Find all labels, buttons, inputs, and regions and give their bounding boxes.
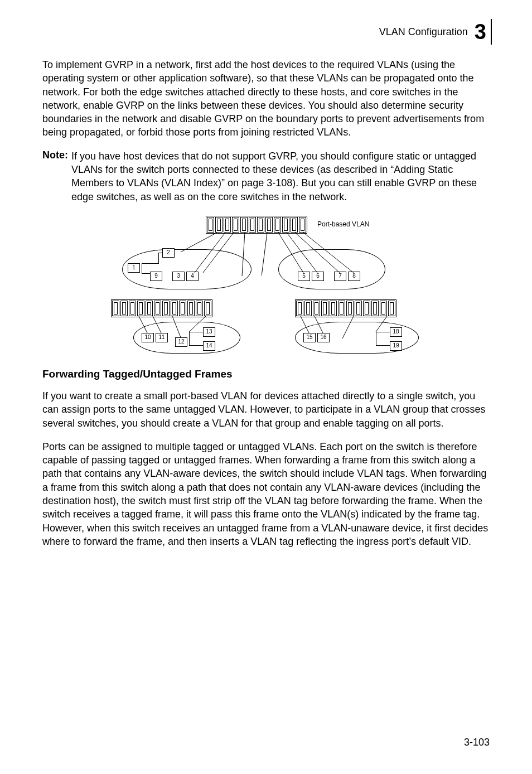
svg-line-0	[181, 233, 217, 252]
header-title: VLAN Configuration	[379, 26, 468, 38]
svg-line-2	[203, 233, 234, 273]
diagram-label: Port-based VLAN	[317, 220, 369, 228]
chapter-wrap: 3	[475, 21, 492, 42]
br-links	[298, 316, 409, 344]
svg-line-13	[301, 316, 309, 333]
switch-top	[206, 216, 307, 234]
svg-line-10	[153, 316, 161, 333]
switch-bottom-right	[295, 299, 396, 317]
svg-line-16	[376, 316, 387, 332]
port-1: 1	[128, 263, 140, 273]
switch-bottom-left	[111, 299, 212, 317]
page-header: VLAN Configuration 3	[42, 21, 492, 42]
section-p3: Ports can be assigned to multiple tagged…	[42, 440, 492, 548]
svg-line-12	[189, 316, 206, 332]
svg-line-8	[303, 233, 354, 273]
svg-line-4	[262, 233, 267, 276]
note-block: Note: If you have host devices that do n…	[42, 149, 492, 204]
svg-line-14	[315, 316, 323, 333]
note-text: If you have host devices that do not sup…	[71, 149, 492, 204]
svg-line-9	[139, 316, 147, 333]
intro-paragraph: To implement GVRP in a network, first ad…	[42, 58, 492, 139]
section-p2: If you want to create a small port-based…	[42, 389, 492, 430]
svg-line-5	[278, 233, 303, 273]
chapter-number: 3	[475, 20, 486, 43]
svg-line-1	[195, 233, 225, 273]
right-links	[262, 233, 373, 277]
vlan-diagram: Port-based VLAN 1 2 9 3 4 5 6 7 8	[111, 216, 423, 352]
note-label: Note:	[42, 149, 68, 204]
port-9: 9	[150, 272, 162, 281]
left-links	[164, 233, 253, 277]
page-number: 3-103	[464, 737, 490, 748]
section-heading: Forwarding Tagged/Untagged Frames	[42, 368, 492, 380]
svg-line-11	[172, 316, 181, 337]
bl-links	[133, 316, 223, 344]
svg-line-3	[242, 233, 245, 276]
svg-line-15	[342, 316, 354, 338]
